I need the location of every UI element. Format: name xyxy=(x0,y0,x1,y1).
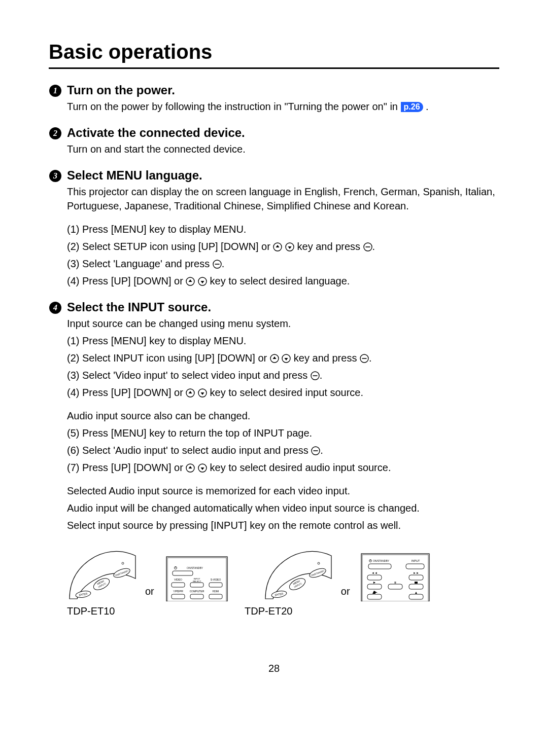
step-paragraph: (6) Select 'Audio input' to select audio… xyxy=(67,443,499,457)
or-label-2: or xyxy=(339,586,352,601)
svg-rect-82 xyxy=(409,594,423,599)
enter-icon xyxy=(363,242,372,251)
step-body: Select MENU language.This projector can … xyxy=(67,168,499,291)
svg-rect-80 xyxy=(415,582,418,584)
svg-rect-46 xyxy=(172,583,185,587)
svg-text:2: 2 xyxy=(53,129,57,137)
svg-text:Y/PB/PR: Y/PB/PR xyxy=(173,590,183,593)
page-number: 28 xyxy=(49,663,499,674)
step-paragraph: Selected Audio input source is memorized… xyxy=(67,484,499,498)
panel-illustration: ON/STANDBY MENU (INPUT) ENTER xyxy=(67,551,138,601)
step-number-icon: 1 xyxy=(49,84,62,97)
enter-icon xyxy=(360,354,369,363)
up-arrow-icon xyxy=(186,388,195,398)
down-arrow-icon xyxy=(198,388,207,398)
svg-rect-52 xyxy=(172,594,185,599)
step: 2Activate the connected device.Turn on a… xyxy=(49,126,499,159)
svg-rect-54 xyxy=(209,594,222,599)
up-arrow-icon xyxy=(273,242,282,251)
svg-text:COMPUTER: COMPUTER xyxy=(189,590,204,593)
down-arrow-icon xyxy=(285,242,294,251)
svg-text:INPUT: INPUT xyxy=(411,559,420,562)
svg-text:SELECT: SELECT xyxy=(192,580,201,583)
step-paragraph: Turn on the power by following the instr… xyxy=(67,99,499,114)
svg-text:4: 4 xyxy=(53,303,57,312)
svg-rect-53 xyxy=(190,594,203,599)
svg-text:VIDEO: VIDEO xyxy=(174,578,182,581)
step-body: Turn on the power.Turn on the power by f… xyxy=(67,83,499,117)
svg-text:II: II xyxy=(394,581,396,584)
step-paragraph: Select input source by pressing [INPUT] … xyxy=(67,518,499,532)
svg-rect-69 xyxy=(368,564,391,569)
title-rule xyxy=(49,67,499,69)
steps-list: 1Turn on the power.Turn on the power by … xyxy=(49,83,499,535)
step-paragraph: Turn on and start the connected device. xyxy=(67,142,499,156)
svg-rect-79 xyxy=(409,584,423,589)
svg-text:►: ► xyxy=(372,581,376,584)
svg-text:3: 3 xyxy=(53,171,57,180)
up-arrow-icon xyxy=(186,463,195,473)
step-paragraph: Audio input source also can be changed. xyxy=(67,409,499,423)
step-number-icon: 4 xyxy=(49,301,62,314)
step-paragraph: (4) Press [UP] [DOWN] or key to select d… xyxy=(67,385,499,400)
svg-text:HDMI: HDMI xyxy=(212,590,219,593)
svg-rect-77 xyxy=(388,584,402,589)
enter-icon xyxy=(213,260,222,269)
step-paragraph: (3) Select 'Language' and press . xyxy=(67,257,499,271)
step-number-icon: 2 xyxy=(49,127,62,140)
page-reference-link[interactable]: p.26 xyxy=(401,102,423,112)
model-label-et10: TDP-ET10 xyxy=(67,605,245,617)
diagram-remote-et20: ON/STANDBY INPUT ◄◄ ►► ► II xyxy=(357,551,433,601)
down-arrow-icon xyxy=(198,463,207,473)
model-labels: TDP-ET10 TDP-ET20 xyxy=(49,605,499,617)
step: 3Select MENU language.This projector can… xyxy=(49,168,499,291)
step-paragraph: (5) Press [MENU] key to return the top o… xyxy=(67,426,499,440)
step-body: Activate the connected device.Turn on an… xyxy=(67,126,499,159)
step: 1Turn on the power.Turn on the power by … xyxy=(49,83,499,117)
svg-text:►►: ►► xyxy=(413,571,419,574)
step-heading: Activate the connected device. xyxy=(67,126,499,140)
step-paragraph: This projector can display the on screen… xyxy=(67,185,499,213)
svg-rect-75 xyxy=(367,584,382,589)
remote-illustration-a: ON/STANDBY VIDEO INPUT SELECT S-VIDEO Y/… xyxy=(161,551,232,601)
svg-text:ON/STANDBY: ON/STANDBY xyxy=(187,566,203,569)
step-body: Select the INPUT source.Input source can… xyxy=(67,300,499,535)
svg-rect-41 xyxy=(173,571,193,575)
down-arrow-icon xyxy=(198,277,207,286)
svg-rect-73 xyxy=(409,575,423,580)
step: 4Select the INPUT source.Input source ca… xyxy=(49,300,499,535)
remote-illustration-b: ON/STANDBY INPUT ◄◄ ►► ► II xyxy=(357,551,433,601)
step-paragraph: (4) Press [UP] [DOWN] or key to select d… xyxy=(67,274,499,288)
page-title: Basic operations xyxy=(49,41,499,64)
down-arrow-icon xyxy=(282,354,291,363)
step-paragraph: Input source can be changed using menu s… xyxy=(67,316,499,331)
svg-text:S-VIDEO: S-VIDEO xyxy=(211,578,221,581)
model-label-et20: TDP-ET20 xyxy=(245,605,292,617)
svg-text:1: 1 xyxy=(53,86,57,95)
step-paragraph: (2) Select INPUT icon using [UP] [DOWN] … xyxy=(67,351,499,365)
step-heading: Select MENU language. xyxy=(67,168,499,183)
svg-text:◄◄: ◄◄ xyxy=(371,571,378,574)
step-heading: Select the INPUT source. xyxy=(67,300,499,314)
step-paragraph: (1) Press [MENU] key to display MENU. xyxy=(67,222,499,236)
enter-icon xyxy=(311,446,320,455)
diagram-remote-et10: ON/STANDBY VIDEO INPUT SELECT S-VIDEO Y/… xyxy=(161,551,232,601)
svg-rect-48 xyxy=(209,583,222,587)
svg-rect-70 xyxy=(406,564,424,569)
step-paragraph: (3) Select 'Video input' to select video… xyxy=(67,368,499,382)
step-number-icon: 3 xyxy=(49,169,62,183)
up-arrow-icon xyxy=(186,277,195,286)
step-paragraph: (1) Press [MENU] key to display MENU. xyxy=(67,334,499,348)
step-paragraph: (7) Press [UP] [DOWN] or key to select d… xyxy=(67,460,499,475)
svg-text:ON/STANDBY: ON/STANDBY xyxy=(373,559,390,562)
step-paragraph: Audio input will be changed automaticall… xyxy=(67,501,499,515)
enter-icon xyxy=(311,371,320,380)
step-heading: Turn on the power. xyxy=(67,83,499,97)
svg-rect-71 xyxy=(367,575,382,580)
diagram-row: ON/STANDBY MENU (INPUT) ENTER or ON/STAN… xyxy=(49,551,499,601)
step-paragraph: (2) Select SETUP icon using [UP] [DOWN] … xyxy=(67,239,499,254)
diagram-panel-et20: ON/STANDBY MENU (INPUT) ENTER xyxy=(263,551,334,601)
svg-rect-81 xyxy=(367,594,382,599)
or-label-1: or xyxy=(143,586,156,601)
up-arrow-icon xyxy=(270,354,279,363)
